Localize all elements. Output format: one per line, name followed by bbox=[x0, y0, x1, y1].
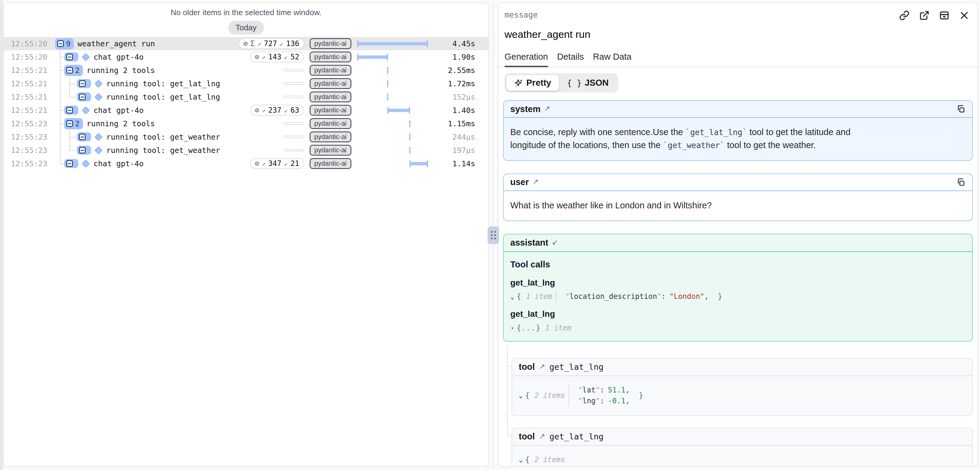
caret-icon[interactable]: ⌄ bbox=[519, 456, 523, 463]
input-tokens: 143 bbox=[268, 53, 281, 61]
collapse-count-chip[interactable]: 2 bbox=[64, 65, 83, 76]
trace-row[interactable]: 12:55:21 running tool: get_lat_lng pydan… bbox=[4, 77, 488, 90]
copy-link-icon[interactable] bbox=[899, 10, 910, 21]
tool-result-json: ⌄{2 items bbox=[512, 446, 972, 467]
item-count-label: 1 item bbox=[546, 323, 572, 334]
tab-generation[interactable]: Generation bbox=[504, 52, 548, 67]
detail-panel: message weather_agent run GenerationDeta… bbox=[498, 2, 978, 467]
input-tokens-arrow-icon: ↗ bbox=[262, 107, 266, 114]
collapse-count-chip[interactable] bbox=[77, 92, 91, 102]
timeline-cell bbox=[358, 157, 429, 170]
span-diamond-icon bbox=[94, 93, 103, 101]
span-diamond-icon bbox=[94, 146, 103, 155]
view-mode-toggle: Pretty { } JSON bbox=[504, 73, 618, 92]
collapse-count-chip[interactable] bbox=[64, 53, 78, 62]
output-tokens-arrow-icon: ↙ bbox=[280, 40, 283, 47]
left-scrollbar[interactable] bbox=[0, 0, 3, 470]
trace-row[interactable]: 12:55:23 chat gpt-4o ⊘ ↗ 347 ↙ 21 pydant… bbox=[4, 157, 488, 170]
input-tokens: 237 bbox=[268, 106, 281, 115]
role-label: assistant bbox=[510, 238, 549, 248]
span-label: running 2 tools bbox=[87, 119, 155, 128]
drag-dots-icon bbox=[491, 231, 496, 239]
input-tokens: 347 bbox=[268, 159, 281, 168]
tool-call-name: get_lat_lng bbox=[510, 307, 966, 320]
span-duration: 1.40s bbox=[433, 106, 475, 115]
collapse-icon bbox=[79, 147, 86, 153]
user-message-card: user ↗ What is the weather like in Londo… bbox=[503, 174, 973, 221]
scope-badge: pydantic-ai bbox=[310, 105, 352, 116]
system-message-text: Be concise, reply with one sentence.Use … bbox=[504, 118, 972, 160]
trace-panel: No older items in the selected time wind… bbox=[3, 2, 489, 467]
token-usage-badge: ⊘ ↗ 347 ↙ 21 bbox=[250, 158, 304, 169]
inline-code: get_lat_lng bbox=[686, 128, 747, 137]
input-tokens: 727 bbox=[264, 39, 277, 48]
row-timestamp: 12:55:21 bbox=[11, 92, 51, 102]
trace-row[interactable]: 12:55:23 running tool: get_weather pydan… bbox=[4, 130, 488, 143]
timeline-cell bbox=[358, 117, 429, 130]
tab-raw-data[interactable]: Raw Data bbox=[593, 52, 632, 67]
close-icon[interactable] bbox=[959, 10, 969, 21]
collapse-icon bbox=[66, 54, 73, 60]
copy-icon[interactable] bbox=[956, 178, 966, 187]
today-button[interactable]: Today bbox=[228, 21, 264, 35]
scope-badge: pydantic-ai bbox=[310, 38, 352, 49]
span-label: chat gpt-4o bbox=[94, 53, 144, 62]
tokens-icon: ⊘ bbox=[255, 159, 259, 168]
span-diamond-icon bbox=[94, 80, 103, 88]
role-label: system bbox=[510, 104, 541, 114]
panel-resize-handle[interactable] bbox=[488, 226, 499, 244]
span-diamond-icon bbox=[82, 53, 90, 61]
trace-row[interactable]: 12:55:23 2 running 2 tools pydantic-ai 1… bbox=[4, 117, 488, 130]
collapse-count-chip[interactable] bbox=[64, 106, 78, 115]
trace-row[interactable]: 12:55:21 2 running 2 tools pydantic-ai 2… bbox=[4, 64, 488, 77]
child-count: 2 bbox=[75, 66, 80, 75]
input-tokens-arrow-icon: ↗ bbox=[262, 53, 266, 61]
trace-row[interactable]: 12:55:20 chat gpt-4o ⊘ ↗ 143 ↙ 52 pydant… bbox=[4, 50, 488, 64]
span-duration: 197µs bbox=[433, 146, 475, 155]
scope-badge: pydantic-ai bbox=[310, 131, 352, 142]
trace-row[interactable]: 12:55:21 running tool: get_lat_lng pydan… bbox=[4, 90, 488, 104]
user-message-text: What is the weather like in London and i… bbox=[504, 191, 972, 220]
scope-badge: pydantic-ai bbox=[310, 118, 352, 129]
tab-details[interactable]: Details bbox=[557, 52, 584, 67]
collapse-count-chip[interactable] bbox=[77, 132, 91, 142]
item-count-label: 2 items bbox=[535, 391, 565, 400]
dock-panel-icon[interactable] bbox=[939, 10, 950, 21]
collapse-count-chip[interactable] bbox=[77, 79, 91, 88]
collapse-count-chip[interactable] bbox=[64, 159, 78, 168]
tokens-icon: ⊘ bbox=[243, 39, 248, 48]
span-duration: 244µs bbox=[433, 133, 475, 142]
collapse-count-chip[interactable] bbox=[77, 146, 91, 155]
pretty-toggle[interactable]: Pretty bbox=[506, 75, 559, 91]
sparkle-icon bbox=[514, 78, 523, 88]
trace-row[interactable]: 12:55:21 chat gpt-4o ⊘ ↗ 237 ↙ 63 pydant… bbox=[4, 104, 488, 117]
scope-badge: pydantic-ai bbox=[310, 145, 352, 156]
collapse-icon bbox=[79, 134, 86, 140]
json-toggle[interactable]: { } JSON bbox=[559, 75, 617, 91]
received-arrow-icon: ↙ bbox=[552, 238, 558, 247]
open-in-new-icon[interactable] bbox=[919, 10, 929, 21]
span-duration: 1.72ms bbox=[433, 79, 475, 88]
caret-icon[interactable]: ⌄ bbox=[519, 392, 523, 399]
caret-icon[interactable]: › bbox=[510, 323, 514, 333]
no-older-items-notice: No older items in the selected time wind… bbox=[4, 3, 488, 17]
caret-icon[interactable]: ⌄ bbox=[510, 292, 514, 302]
collapse-count-chip[interactable]: 9 bbox=[55, 38, 74, 49]
trace-row[interactable]: 12:55:23 running tool: get_weather pydan… bbox=[4, 143, 488, 157]
collapse-count-chip[interactable]: 2 bbox=[64, 118, 83, 129]
collapse-icon bbox=[79, 80, 86, 87]
span-label: weather_agent run bbox=[78, 39, 155, 48]
json-value: -0.1 bbox=[608, 397, 625, 405]
tool-kind-label: tool bbox=[519, 432, 535, 441]
span-diamond-icon bbox=[82, 106, 90, 115]
tokens-icon: ⊘ bbox=[255, 53, 259, 61]
copy-icon[interactable] bbox=[956, 105, 966, 113]
collapse-icon bbox=[66, 120, 73, 127]
sent-arrow-icon: ↗ bbox=[539, 432, 545, 440]
output-tokens-arrow-icon: ↙ bbox=[284, 53, 288, 61]
collapse-icon bbox=[57, 40, 64, 47]
assistant-message-card: assistant ↙ Tool calls get_lat_lng⌄{1 it… bbox=[503, 234, 973, 342]
inline-code: get_weather bbox=[663, 141, 725, 150]
tool-results-list: tool ↗ get_lat_lng ⌄{2 items"lat":51.1,"… bbox=[503, 358, 973, 467]
trace-row[interactable]: 12:55:20 9 weather_agent run ⊘ Σ ↗ 727 ↙… bbox=[4, 37, 488, 50]
